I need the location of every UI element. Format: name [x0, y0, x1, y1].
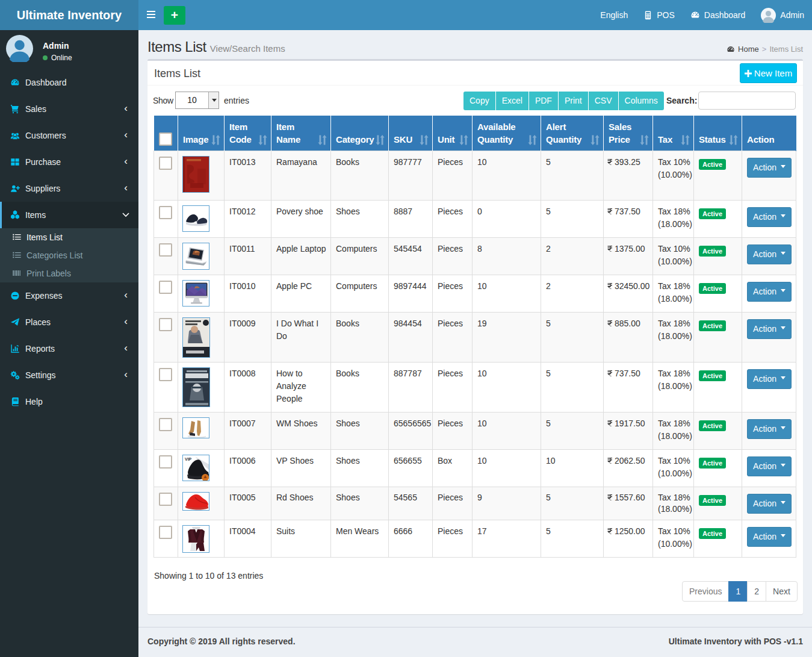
svg-text:VIP: VIP [185, 457, 192, 461]
